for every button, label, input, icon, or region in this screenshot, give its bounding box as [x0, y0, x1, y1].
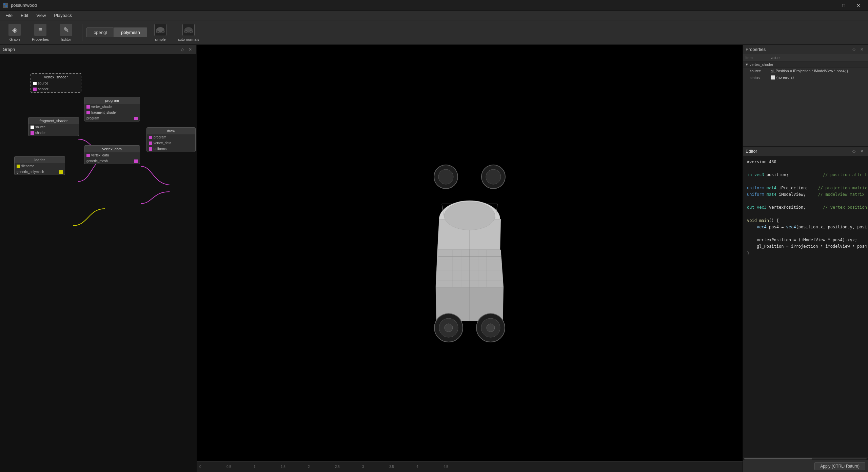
loader-node[interactable]: loader filename generic_polymesh — [14, 156, 65, 175]
tick-2.5: 2.5 — [335, 465, 362, 469]
tick-1: 1 — [254, 465, 281, 469]
editor-footer: Apply (CTRL+Return) — [743, 460, 868, 472]
code-line-13: vertexPosition = (iModelView * pos4).xyz… — [747, 237, 864, 243]
source-dot — [33, 82, 37, 85]
right-panels: Properties ◇ ✕ item value ▼ vertex_shade… — [743, 45, 868, 472]
draw-title: draw — [147, 128, 195, 134]
editor-scrollbar[interactable] — [743, 457, 868, 460]
tick-3: 3 — [362, 465, 389, 469]
editor-pin[interactable]: ◇ — [850, 148, 857, 155]
prop-row-source[interactable]: source gl_Position = iProjection * iMode… — [743, 68, 868, 74]
vertex-shader-source-port: source — [31, 80, 81, 86]
fragment-shader-node[interactable]: fragment_shader source shader — [28, 117, 79, 136]
simple-tool-button[interactable]: simple — [149, 22, 172, 43]
menu-bar: File Edit View Playback — [0, 11, 868, 20]
menu-playback[interactable]: Playback — [50, 12, 76, 19]
toolbar: ◈ Graph ≡ Properties ✎ Editor opengl pol… — [0, 20, 868, 45]
minimize-button[interactable]: — — [822, 0, 835, 11]
editor-content[interactable]: #version 430 in vec3 position; // positi… — [743, 156, 868, 457]
graph-tool-label: Graph — [9, 37, 20, 41]
prop-source-value[interactable]: gl_Position = iProjection * iModelView *… — [768, 68, 868, 74]
program-node[interactable]: program vertex_shader fragment_shader pr… — [84, 97, 140, 121]
editor-panel-header: Editor ◇ ✕ — [743, 147, 868, 156]
vd-mesh-port: generic_mesh — [84, 158, 140, 164]
maximize-button[interactable]: □ — [837, 0, 850, 11]
loader-polymesh-port: generic_polymesh — [15, 169, 65, 175]
pvs-dot — [86, 105, 90, 109]
lp-dot — [59, 170, 63, 174]
editor-close[interactable]: ✕ — [859, 148, 865, 155]
prop-source-key: source — [743, 68, 768, 74]
code-line-10: void main() { — [747, 218, 864, 224]
timeline: 0 0.5 1 1.5 2 2.5 3 3.5 4 4.5 — [197, 461, 743, 472]
fragment-source-port: source — [28, 124, 79, 130]
tick-3.5: 3.5 — [389, 465, 416, 469]
tick-0.5: 0.5 — [226, 465, 254, 469]
lf-dot — [17, 165, 20, 168]
properties-table: item value ▼ vertex_shader source gl_Pos… — [743, 54, 868, 81]
viewport-content — [197, 45, 743, 461]
graph-canvas[interactable]: vertex_shader source shader fragment_sha… — [0, 54, 196, 472]
pfs-dot — [86, 111, 90, 114]
code-line-12 — [747, 230, 864, 237]
auto-normals-icon — [182, 24, 195, 36]
app-icon: 🐾 — [3, 3, 8, 8]
fsource-dot — [31, 126, 34, 129]
menu-edit[interactable]: Edit — [17, 12, 32, 19]
app-title: possumwood — [11, 3, 819, 8]
graph-panel-close[interactable]: ✕ — [187, 46, 194, 53]
auto-normals-tool-button[interactable]: auto normals — [174, 22, 203, 43]
vd-in-port: vertex_data — [84, 152, 140, 158]
auto-normals-label: auto normals — [178, 37, 199, 41]
properties-icon: ≡ — [34, 24, 46, 36]
editor-tool-label: Editor — [61, 37, 71, 41]
properties-tool-button[interactable]: ≡ Properties — [28, 22, 53, 43]
code-line-1: #version 430 — [747, 159, 864, 165]
scrollbar-thumb[interactable] — [744, 458, 812, 459]
scrollbar-track — [744, 458, 867, 459]
vertex-shader-node[interactable]: vertex_shader source shader — [31, 73, 81, 93]
fshader-dot — [31, 131, 34, 135]
simple-icon — [154, 24, 166, 36]
code-line-7 — [747, 198, 864, 204]
vertex-data-node[interactable]: vertex_data vertex_data generic_mesh — [84, 145, 140, 164]
draw-node[interactable]: draw program vertex_data uniforms — [146, 127, 196, 152]
menu-file[interactable]: File — [1, 12, 17, 19]
simple-label: simple — [155, 37, 166, 41]
svg-point-2 — [162, 30, 164, 33]
viewport[interactable]: 0 0.5 1 1.5 2 2.5 3 3.5 4 4.5 — [197, 45, 743, 472]
properties-close[interactable]: ✕ — [859, 46, 865, 53]
graph-panel-title: Graph — [3, 47, 15, 52]
loader-title: loader — [15, 156, 65, 163]
menu-view[interactable]: View — [32, 12, 50, 19]
polymesh-tab[interactable]: polymesh — [114, 27, 147, 37]
dp-dot — [149, 136, 152, 139]
svg-point-14 — [438, 169, 453, 184]
prop-row-status[interactable]: status ⬜ (no errors) — [743, 74, 868, 81]
editor-tool-button[interactable]: ✎ Editor — [54, 22, 78, 43]
properties-panel: Properties ◇ ✕ item value ▼ vertex_shade… — [743, 45, 868, 147]
car-render — [412, 145, 527, 362]
graph-panel-pin[interactable]: ◇ — [179, 46, 185, 53]
properties-pin[interactable]: ◇ — [850, 46, 857, 53]
program-fshader-port: fragment_shader — [84, 110, 140, 115]
vertex-shader-title: vertex_shader — [31, 74, 81, 80]
window-controls: — □ ✕ — [822, 0, 865, 11]
editor-icon: ✎ — [60, 24, 72, 36]
opengl-tab[interactable]: opengl — [86, 27, 114, 37]
close-button[interactable]: ✕ — [852, 0, 865, 11]
vd-out-dot — [134, 159, 138, 163]
graph-panel: Graph ◇ ✕ vertex_shader — [0, 45, 197, 472]
prog-out-dot — [134, 117, 138, 120]
apply-button[interactable]: Apply (CTRL+Return) — [814, 462, 865, 470]
col-value: value — [768, 54, 868, 61]
graph-tool-button[interactable]: ◈ Graph — [3, 22, 26, 43]
properties-panel-header: Properties ◇ ✕ — [743, 45, 868, 54]
code-line-8: out vec3 vertexPosition; // vertex posit… — [747, 204, 864, 211]
fragment-shader-title: fragment_shader — [28, 117, 79, 124]
program-out-port: program — [84, 115, 140, 121]
svg-point-4 — [184, 30, 187, 33]
code-line-4 — [747, 178, 864, 185]
graph-icon: ◈ — [8, 24, 21, 36]
title-bar: 🐾 possumwood — □ ✕ — [0, 0, 868, 11]
